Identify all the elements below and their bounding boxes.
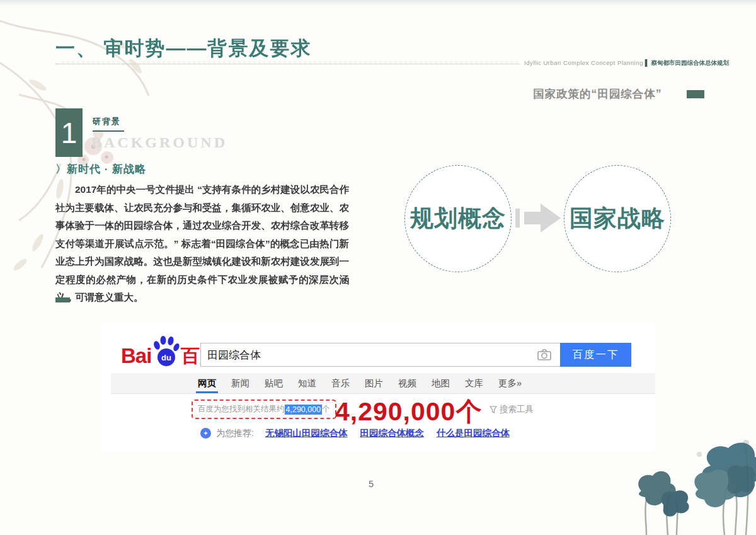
baidu-search-screenshot: Bai du 百度 — [101, 323, 655, 452]
header-note-english: Idyllic Urban Complex Concept Planning — [524, 59, 643, 66]
recommend-label: 为您推荐: — [216, 428, 254, 439]
baidu-tab-more[interactable]: 更多» — [498, 373, 522, 393]
header-dotted-rule — [55, 64, 520, 64]
diagram-circle-strategy: 国家战略 — [564, 165, 671, 272]
recommend-link-1[interactable]: 无锡阳山田园综合体 — [265, 427, 348, 439]
baidu-tab-wenku[interactable]: 文库 — [465, 373, 483, 393]
results-count-prefix: 百度为您找到相关结果约 — [198, 404, 285, 415]
section-label-en: BACKGROUND — [91, 134, 227, 151]
baidu-search-box[interactable] — [200, 343, 560, 367]
search-tools-label: 搜索工具 — [500, 404, 534, 415]
funnel-icon — [490, 406, 497, 413]
diagram-circle-strategy-label: 国家战略 — [570, 203, 665, 234]
body-accent-dash — [55, 297, 70, 302]
paw-icon: du — [151, 335, 180, 368]
results-big-count: 4,290,000个 — [335, 394, 482, 429]
search-tools-button[interactable]: 搜索工具 — [490, 404, 534, 415]
baidu-logo-bai: Bai — [121, 345, 151, 368]
topic-accent-square — [687, 90, 704, 98]
baidu-tab-images[interactable]: 图片 — [365, 373, 383, 393]
body-paragraph: 2017年的中央一号文件提出 “支持有条件的乡村建设以农民合作社为主要载体、让农… — [55, 181, 349, 307]
page-title: 一、 审时势——背景及要求 — [55, 35, 312, 62]
baidu-recommend-row: ✦ 为您推荐: 无锡阳山田园综合体 田园综合体概念 什么是田园综合体 — [101, 427, 655, 439]
header-note: Idyllic Urban Complex Concept Planning ▌… — [524, 59, 729, 67]
svg-text:du: du — [161, 353, 171, 362]
baidu-results-row: 百度为您找到相关结果约4,290,000个 4,290,000个 搜索工具 — [101, 398, 655, 421]
baidu-tab-zhidao[interactable]: 知道 — [298, 373, 316, 393]
baidu-search-button[interactable]: 百度一下 — [560, 343, 631, 367]
baidu-tab-web[interactable]: 网页 — [198, 373, 216, 393]
section-underline — [93, 130, 124, 132]
recommend-link-3[interactable]: 什么是田园综合体 — [437, 427, 510, 439]
baidu-tab-video[interactable]: 视频 — [398, 373, 416, 393]
results-count-suffix: 个 — [322, 404, 330, 415]
baidu-tab-news[interactable]: 新闻 — [231, 373, 249, 393]
header-note-chinese: 蔡甸都市田园综合体总体规划 — [651, 59, 729, 66]
recommend-icon: ✦ — [200, 428, 211, 439]
topic-heading: 国家政策的“田园综合体” — [533, 86, 662, 101]
presentation-slide: 一、 审时势——背景及要求 Idyllic Urban Complex Conc… — [0, 0, 756, 535]
recommend-links: 无锡阳山田园综合体 田园综合体概念 什么是田园综合体 — [265, 427, 510, 439]
page-number: 5 — [369, 479, 374, 489]
diagram-circle-concept-label: 规划概念 — [410, 203, 506, 234]
baidu-tab-tieba[interactable]: 贴吧 — [265, 373, 283, 393]
results-count-highlight: 4,290,000 — [285, 405, 323, 415]
section-number: 1 — [55, 108, 83, 157]
section-label-zh: 研背景 — [93, 116, 121, 127]
diagram-circle-concept: 规划概念 — [404, 165, 512, 272]
baidu-tab-bar: 网页 新闻 贴吧 知道 音乐 图片 视频 地图 文库 更多» — [111, 373, 655, 394]
recommend-link-2[interactable]: 田园综合体概念 — [360, 427, 424, 439]
header-note-divider: ▌ — [645, 59, 650, 66]
baidu-tab-music[interactable]: 音乐 — [331, 373, 350, 393]
baidu-search-input[interactable] — [201, 348, 537, 361]
results-count-callout: 百度为您找到相关结果约4,290,000个 — [192, 400, 336, 419]
block-arrow-icon — [515, 202, 562, 234]
body-heading: 〉新时代 · 新战略 — [55, 162, 146, 176]
camera-icon[interactable] — [537, 349, 554, 360]
baidu-tab-maps[interactable]: 地图 — [432, 373, 450, 393]
